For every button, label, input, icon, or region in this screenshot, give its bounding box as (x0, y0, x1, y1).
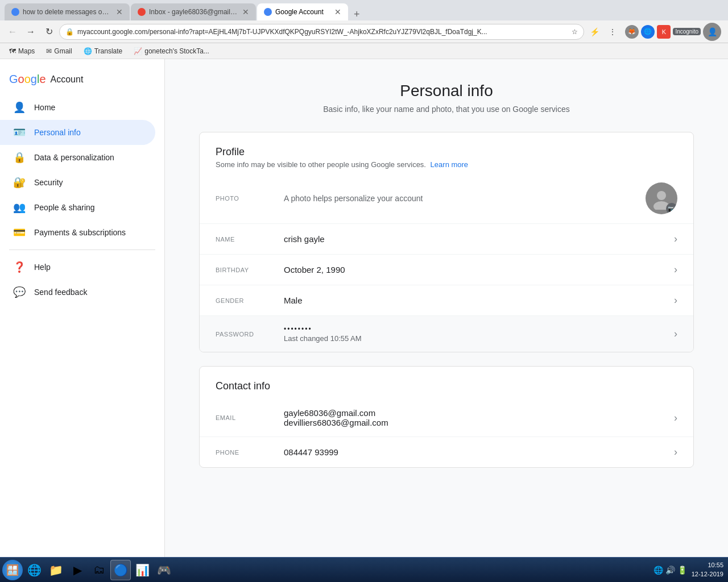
gonetech-favicon: 📈 (134, 47, 142, 55)
start-button[interactable]: 🪟 (2, 560, 23, 580)
sidebar-account-text: Account (51, 74, 84, 85)
name-row[interactable]: NAME crish gayle › (200, 224, 693, 255)
taskbar-app1-icon[interactable]: 📊 (132, 560, 152, 580)
bookmark-gonetech[interactable]: 📈 gonetech's StockTa... (129, 46, 214, 56)
sidebar-item-personal-info[interactable]: 🪪 Personal info (0, 120, 155, 145)
nav-actions: ⚡ ⋮ 🦊 🌐 K Incognito 👤 (586, 23, 723, 41)
bookmark-maps[interactable]: 🗺 Maps (5, 46, 39, 56)
back-button[interactable]: ← (5, 24, 20, 40)
extension-icon-3[interactable]: K (657, 25, 671, 39)
email-row[interactable]: EMAIL gayle68036@gmail.com devilliers680… (200, 399, 693, 437)
security-icon: 🔐 (14, 177, 25, 188)
nav-bar: ← → ↻ 🔒 myaccount.google.com/personal-in… (0, 20, 728, 43)
bookmarks-bar: 🗺 Maps ✉ Gmail 🌐 Translate 📈 gonetech's … (0, 43, 728, 59)
taskbar-chrome-icon[interactable]: 🔵 (110, 560, 131, 580)
gender-content: Male (284, 296, 674, 305)
name-value: crish gayle (284, 234, 674, 244)
tab-3-close[interactable]: ✕ (334, 7, 341, 16)
profile-card: Profile Some info may be visible to othe… (199, 132, 694, 352)
password-chevron: › (674, 328, 677, 340)
email-content: gayle68036@gmail.com devilliers68036@gma… (284, 408, 674, 427)
extensions-button[interactable]: ⚡ (586, 24, 602, 40)
password-row[interactable]: PASSWORD •••••••• Last changed 10:55 AM … (200, 316, 693, 352)
help-icon: ❓ (14, 261, 25, 273)
password-content: •••••••• Last changed 10:55 AM (284, 325, 674, 343)
sidebar-item-feedback-label: Send feedback (34, 288, 87, 297)
gender-chevron: › (674, 294, 677, 306)
birthday-row[interactable]: BIRTHDAY October 2, 1990 › (200, 255, 693, 285)
sidebar-nav: 👤 Home 🪪 Personal info 🔒 Data & personal… (0, 95, 164, 245)
bookmark-gonetech-label: gonetech's StockTa... (144, 47, 209, 55)
payments-icon: 💳 (14, 227, 25, 238)
tab-1-favicon (11, 8, 19, 16)
contact-card-header: Contact info (200, 367, 693, 399)
svg-point-0 (657, 191, 666, 200)
logo-g1: G (9, 73, 18, 85)
sidebar-item-home-label: Home (34, 103, 55, 112)
taskbar-folder-icon[interactable]: 📁 (46, 560, 66, 580)
photo-row[interactable]: PHOTO A photo helps personalize your acc… (200, 173, 693, 224)
tab-1-close[interactable]: ✕ (116, 7, 123, 16)
gmail-favicon: ✉ (46, 47, 52, 55)
tab-3-title: Google Account (275, 8, 331, 16)
logo-e: e (39, 73, 46, 85)
sidebar-item-home[interactable]: 👤 Home (0, 95, 155, 120)
phone-row[interactable]: PHONE 084447 93999 › (200, 437, 693, 467)
sidebar-item-help-label: Help (34, 263, 51, 272)
camera-badge: 📷 (666, 203, 677, 214)
password-label: PASSWORD (216, 331, 284, 338)
tray-battery-icon[interactable]: 🔋 (677, 566, 687, 575)
bookmark-translate[interactable]: 🌐 Translate (79, 46, 127, 56)
photo-value: A photo helps personalize your account (284, 194, 646, 203)
gender-value: Male (284, 296, 674, 305)
taskbar-explorer-icon[interactable]: 🗂 (89, 560, 109, 580)
gender-label: GENDER (216, 297, 284, 304)
email-value-1: gayle68036@gmail.com (284, 408, 674, 418)
extension-icon-2[interactable]: 🌐 (641, 25, 655, 39)
phone-content: 084447 93999 (284, 447, 674, 457)
sidebar-item-security-label: Security (34, 178, 63, 187)
sidebar-item-people-sharing[interactable]: 👥 People & sharing (0, 195, 155, 220)
sidebar-item-help[interactable]: ❓ Help (0, 255, 155, 280)
star-icon[interactable]: ☆ (572, 28, 578, 36)
taskbar-tray: 🌐 🔊 🔋 (653, 566, 687, 575)
birthday-content: October 2, 1990 (284, 265, 674, 275)
bookmark-gmail-label: Gmail (54, 47, 72, 55)
profile-card-title: Profile (216, 146, 677, 158)
new-tab-button[interactable]: + (349, 9, 365, 20)
tab-2[interactable]: Inbox - gayle68036@gmail.com ✕ (131, 3, 256, 20)
email-chevron: › (674, 412, 677, 424)
taskbar-app2-icon[interactable]: 🎮 (154, 560, 174, 580)
profile-photo[interactable]: 📷 (646, 182, 677, 214)
password-last-changed: Last changed 10:55 AM (284, 334, 674, 343)
sidebar-item-payments[interactable]: 💳 Payments & subscriptions (0, 220, 155, 245)
tab-1[interactable]: how to delete messages on mes... ✕ (5, 3, 130, 20)
tray-network-icon[interactable]: 🌐 (653, 566, 663, 575)
sidebar-item-send-feedback[interactable]: 💬 Send feedback (0, 280, 155, 305)
sidebar: Google Account 👤 Home 🪪 Personal info 🔒 … (0, 59, 165, 564)
user-avatar[interactable]: 👤 (703, 23, 721, 41)
photo-label: PHOTO (216, 195, 284, 202)
refresh-button[interactable]: ↻ (41, 24, 57, 40)
logo-o1: o (18, 73, 24, 85)
sidebar-item-data-personalization[interactable]: 🔒 Data & personalization (0, 145, 155, 170)
page-content: Google Account 👤 Home 🪪 Personal info 🔒 … (0, 59, 728, 564)
gender-row[interactable]: GENDER Male › (200, 285, 693, 316)
bookmark-translate-label: Translate (94, 47, 123, 55)
password-dots: •••••••• (284, 325, 674, 333)
home-icon: 👤 (14, 102, 25, 113)
more-button[interactable]: ⋮ (605, 24, 621, 40)
send-feedback-icon: 💬 (14, 286, 25, 298)
taskbar-left: 🪟 🌐 📁 ▶ 🗂 🔵 📊 🎮 (2, 560, 174, 580)
tray-volume-icon[interactable]: 🔊 (665, 566, 675, 575)
extension-icon-1[interactable]: 🦊 (625, 25, 639, 39)
taskbar-ie-icon[interactable]: 🌐 (24, 560, 44, 580)
sidebar-item-security[interactable]: 🔐 Security (0, 170, 155, 195)
taskbar-media-icon[interactable]: ▶ (67, 560, 88, 580)
address-bar[interactable]: 🔒 myaccount.google.com/personal-info?rap… (59, 24, 584, 40)
tab-3[interactable]: Google Account ✕ (257, 3, 348, 20)
tab-2-close[interactable]: ✕ (242, 7, 249, 16)
bookmark-gmail[interactable]: ✉ Gmail (42, 46, 76, 56)
forward-button[interactable]: → (23, 24, 39, 40)
learn-more-link[interactable]: Learn more (431, 160, 468, 169)
